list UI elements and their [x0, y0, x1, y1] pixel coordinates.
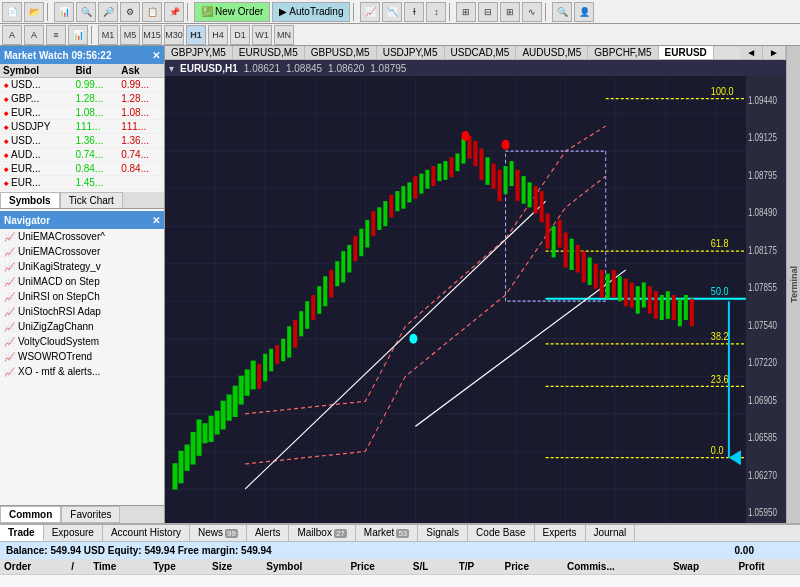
- market-watch-row[interactable]: ⬥GBP... 1.28... 1.28...: [0, 92, 164, 106]
- open-btn[interactable]: 📂: [24, 2, 44, 22]
- market-watch-row[interactable]: ⬥EUR... 0.84... 0.84...: [0, 162, 164, 176]
- zoom-in-btn[interactable]: 🔍: [76, 2, 96, 22]
- svg-rect-79: [455, 154, 459, 172]
- svg-rect-48: [269, 349, 273, 372]
- tf-toolbar-btn2[interactable]: A: [24, 25, 44, 45]
- profile-btn[interactable]: 👤: [574, 2, 594, 22]
- tab-symbols[interactable]: Symbols: [0, 192, 60, 208]
- chart-tab-scroll-left[interactable]: ◄: [740, 46, 763, 59]
- terminal-tab-signals[interactable]: Signals: [418, 525, 468, 541]
- chart-tab[interactable]: GBPJPY,M5: [165, 46, 233, 59]
- chart-tab[interactable]: USDJPY,M5: [377, 46, 445, 59]
- navigator-item[interactable]: 📈VoltyCloudSystem: [0, 334, 164, 349]
- tf-h4[interactable]: H4: [208, 25, 228, 45]
- market-watch-row[interactable]: ⬥EUR... 1.45...: [0, 176, 164, 190]
- svg-rect-55: [311, 295, 315, 320]
- chart-tab[interactable]: GBPUSD,M5: [305, 46, 377, 59]
- chart-tab[interactable]: USDCAD,M5: [445, 46, 517, 59]
- market-watch-row[interactable]: ⬥USD... 1.36... 1.36...: [0, 134, 164, 148]
- terminal-tab-account-history[interactable]: Account History: [103, 525, 190, 541]
- market-watch-close[interactable]: ✕: [152, 50, 160, 61]
- svg-rect-51: [287, 326, 291, 357]
- tf-m30[interactable]: M30: [164, 25, 184, 45]
- balance-row: Balance: 549.94 USD Equity: 549.94 Free …: [0, 542, 800, 559]
- nav-tab-common[interactable]: Common: [0, 506, 61, 523]
- navigator-item[interactable]: 📈UniEMACrossover^: [0, 229, 164, 244]
- navigator-close[interactable]: ✕: [152, 215, 160, 226]
- candlestick-btn[interactable]: ⊞: [500, 2, 520, 22]
- autotrading-btn[interactable]: ▶ AutoTrading: [272, 2, 350, 22]
- chart-tab[interactable]: EURUSD,M5: [233, 46, 305, 59]
- chart-symbol: EURUSD,H1: [180, 63, 238, 74]
- navigator-item[interactable]: 📈UniStochRSI Adap: [0, 304, 164, 319]
- navigator-item[interactable]: 📈UniZigZagChann: [0, 319, 164, 334]
- svg-text:1.09440: 1.09440: [748, 95, 777, 106]
- search-btn[interactable]: 🔍: [552, 2, 572, 22]
- linechart-btn[interactable]: ∿: [522, 2, 542, 22]
- indicator2-btn[interactable]: 📉: [382, 2, 402, 22]
- autotrading-icon: ▶: [279, 6, 287, 17]
- period-btn[interactable]: 📌: [164, 2, 184, 22]
- props-btn[interactable]: ⚙: [120, 2, 140, 22]
- svg-rect-50: [281, 339, 285, 362]
- new-btn[interactable]: 📄: [2, 2, 22, 22]
- market-watch-row[interactable]: ⬥USDJPY 111... 111...: [0, 120, 164, 134]
- tf-h1[interactable]: H1: [186, 25, 206, 45]
- tf-mn[interactable]: MN: [274, 25, 294, 45]
- svg-rect-80: [461, 139, 465, 164]
- market-watch-row[interactable]: ⬥USD... 0.99... 0.99...: [0, 78, 164, 92]
- terminal-tab-news[interactable]: News99: [190, 525, 247, 541]
- terminal-tab-exposure[interactable]: Exposure: [44, 525, 103, 541]
- chart-btn[interactable]: 📊: [54, 2, 74, 22]
- terminal-tab-market[interactable]: Market53: [356, 525, 418, 541]
- terminal-col-header: Commis...: [562, 559, 668, 575]
- chart-tab[interactable]: EURUSD: [659, 46, 714, 59]
- terminal-tab-mailbox[interactable]: Mailbox27: [289, 525, 355, 541]
- terminal-tab-trade[interactable]: Trade: [0, 525, 44, 541]
- navigator-item[interactable]: 📈UniRSI on StepCh: [0, 289, 164, 304]
- chart-tab[interactable]: GBPCHF,M5: [588, 46, 658, 59]
- grid-btn[interactable]: ⊞: [456, 2, 476, 22]
- navigator-item[interactable]: 📈UniKagiStrategy_v: [0, 259, 164, 274]
- tf-toolbar-btn3[interactable]: ≡: [46, 25, 66, 45]
- terminal-col-header: Size: [208, 559, 262, 575]
- zoom-out-btn[interactable]: 🔎: [98, 2, 118, 22]
- nav-item-icon: 📈: [4, 367, 15, 377]
- market-watch-row[interactable]: ⬥AUD... 0.74... 0.74...: [0, 148, 164, 162]
- indicator3-btn[interactable]: Ɨ: [404, 2, 424, 22]
- tf-w1[interactable]: W1: [252, 25, 272, 45]
- chart-tab-scroll-right[interactable]: ►: [763, 46, 786, 59]
- terminal-tab-alerts[interactable]: Alerts: [247, 525, 290, 541]
- ohlc-btn[interactable]: ⊟: [478, 2, 498, 22]
- market-watch-row[interactable]: ⬥EUR... 1.08... 1.08...: [0, 106, 164, 120]
- nav-tab-favorites[interactable]: Favorites: [61, 506, 120, 523]
- terminal-tab-code-base[interactable]: Code Base: [468, 525, 534, 541]
- tf-d1[interactable]: D1: [230, 25, 250, 45]
- tf-toolbar-btn4[interactable]: 📊: [68, 25, 88, 45]
- svg-rect-44: [245, 370, 249, 395]
- navigator-item[interactable]: 📈UniMACD on Step: [0, 274, 164, 289]
- new-order-btn[interactable]: 💹 New Order: [194, 2, 270, 22]
- tf-m5[interactable]: M5: [120, 25, 140, 45]
- template-btn[interactable]: 📋: [142, 2, 162, 22]
- terminal-vertical-label[interactable]: Terminal: [786, 46, 800, 523]
- terminal-tab-experts[interactable]: Experts: [535, 525, 586, 541]
- terminal-tabs: TradeExposureAccount HistoryNews99Alerts…: [0, 525, 800, 542]
- mw-ask: 1.36...: [118, 134, 164, 148]
- tab-tick-chart[interactable]: Tick Chart: [60, 192, 123, 208]
- nav-item-label: VoltyCloudSystem: [18, 336, 99, 347]
- terminal-col-header: T/P: [454, 559, 500, 575]
- chart-tab[interactable]: AUDUSD,M5: [516, 46, 588, 59]
- navigator-item[interactable]: 📈UniEMACrossover: [0, 244, 164, 259]
- tf-m15[interactable]: M15: [142, 25, 162, 45]
- navigator-item[interactable]: 📈WSOWROTrend: [0, 349, 164, 364]
- terminal-tab-journal[interactable]: Journal: [586, 525, 636, 541]
- tf-toolbar-btn1[interactable]: A: [2, 25, 22, 45]
- indicator1-btn[interactable]: 📈: [360, 2, 380, 22]
- chart-area[interactable]: ▾ EURUSD,H1 1.08621 1.08845 1.08620 1.08…: [165, 60, 786, 523]
- svg-text:61.8: 61.8: [711, 237, 729, 249]
- nav-item-label: UniMACD on Step: [18, 276, 100, 287]
- tf-m1[interactable]: M1: [98, 25, 118, 45]
- indicator4-btn[interactable]: ↕: [426, 2, 446, 22]
- navigator-item[interactable]: 📈XO - mtf & alerts...: [0, 364, 164, 379]
